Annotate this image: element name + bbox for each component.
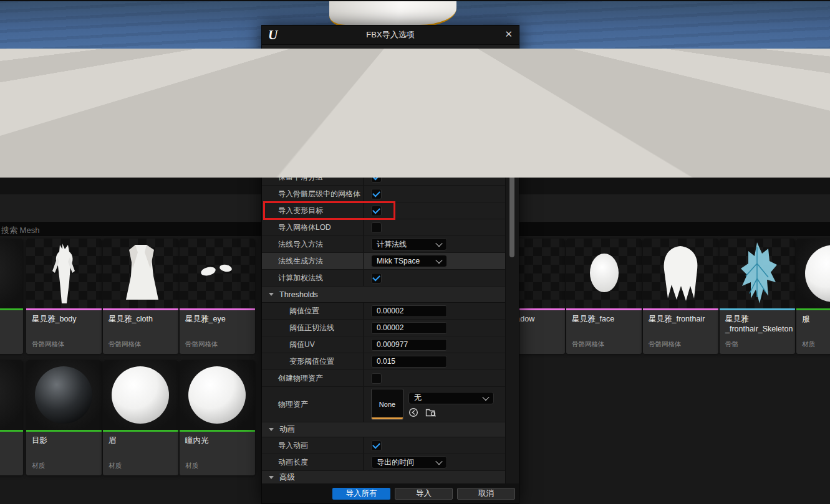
triangle-down-icon bbox=[269, 476, 274, 479]
use-selected-asset-icon[interactable] bbox=[408, 407, 418, 417]
asset-thumbnail bbox=[720, 239, 795, 308]
asset-tile-partial-left-1[interactable] bbox=[0, 239, 23, 354]
clipped-widget-edge bbox=[430, 81, 502, 83]
reset-to-default-button[interactable]: 重置为默认 bbox=[459, 49, 513, 62]
vertex-color-dropdown[interactable]: 替换 bbox=[371, 103, 447, 116]
asset-name: 星見雅_body bbox=[26, 310, 102, 325]
import-all-button[interactable]: 导入所有 bbox=[332, 488, 390, 500]
asset-underline bbox=[372, 417, 403, 419]
dropdown-value: Mikk TSpace bbox=[377, 257, 420, 265]
row-import-morph-targets: 导入变形目标 bbox=[262, 202, 519, 219]
row-threshold-position: 阈值位置 0.00002 bbox=[262, 303, 519, 320]
asset-tile-fu[interactable]: 服 材质 bbox=[796, 239, 830, 354]
row-label: 创建物理资产 bbox=[278, 373, 323, 384]
section-header-advanced[interactable]: 高级 bbox=[262, 88, 519, 102]
checkmark-icon bbox=[372, 172, 380, 180]
section-header-animation[interactable]: 动画 bbox=[262, 422, 519, 437]
asset-tile-eye[interactable]: 星見雅_eye 骨骼网格体 bbox=[180, 239, 255, 354]
face-mesh-preview bbox=[590, 254, 619, 292]
normal-generation-dropdown[interactable]: Mikk TSpace bbox=[371, 255, 447, 267]
normal-import-dropdown[interactable]: 计算法线 bbox=[371, 238, 447, 250]
input-value: 0.000977 bbox=[377, 340, 408, 349]
dialog-titlebar[interactable]: U FBX导入选项 ✕ bbox=[262, 26, 519, 45]
row-label: 法线导入方法 bbox=[278, 239, 323, 250]
current-asset-label: 当前资产： bbox=[269, 69, 309, 80]
asset-name: 星見雅_fronthair bbox=[643, 310, 718, 325]
asset-tile-fronthair-skeleton[interactable]: 星見雅_fronthair_Skeleton 骨骼 bbox=[720, 239, 795, 354]
close-icon[interactable]: ✕ bbox=[504, 29, 513, 40]
checkbox[interactable] bbox=[371, 172, 382, 183]
material-sphere bbox=[188, 366, 246, 424]
section-label: 动画 bbox=[279, 424, 295, 435]
options-scroll-area: 高级 顶点颜色导入选项 替换 顶点重载颜色 更新骨骼参考姿势 使用T0作为参考姿… bbox=[262, 81, 519, 485]
threshold-position-input[interactable]: 0.00002 bbox=[371, 305, 447, 317]
hair-mesh-preview bbox=[643, 239, 718, 308]
eye-mesh-right bbox=[219, 264, 233, 272]
asset-tile-muying[interactable]: 目影 材质 bbox=[26, 360, 102, 475]
checkbox[interactable] bbox=[371, 189, 382, 199]
asset-type-colorbar bbox=[0, 308, 23, 310]
morph-threshold-input[interactable]: 0.015 bbox=[371, 356, 447, 368]
alpha-checker bbox=[372, 121, 410, 132]
cancel-button[interactable]: 取消 bbox=[457, 488, 515, 500]
input-value: 0.00002 bbox=[377, 307, 403, 315]
asset-thumbnail bbox=[643, 239, 718, 308]
row-label: 使用T0作为参考姿势 bbox=[278, 155, 347, 166]
row-label: 保留平滑分组 bbox=[278, 172, 323, 183]
asset-tile-fronthair[interactable]: 星見雅_fronthair 骨骼网格体 bbox=[643, 239, 718, 354]
section-label: 高级 bbox=[279, 472, 295, 483]
row-import-mesh-lod: 导入网格体LOD bbox=[262, 219, 519, 236]
row-label: 阈值位置 bbox=[289, 306, 319, 316]
asset-tile-face[interactable]: 星見雅_face 骨骼网格体 bbox=[566, 239, 642, 354]
asset-tile-body[interactable]: 星見雅_body 骨骼网格体 bbox=[26, 239, 102, 354]
asset-thumbnail bbox=[26, 239, 102, 308]
checkbox[interactable] bbox=[371, 440, 382, 451]
import-button[interactable]: 导入 bbox=[395, 488, 453, 500]
asset-tile-tongneiguang[interactable]: 瞳内光 材质 bbox=[180, 360, 255, 475]
row-update-skeleton-ref-pose: 更新骨骼参考姿势 bbox=[262, 135, 519, 152]
asset-tile-mei[interactable]: 眉 材质 bbox=[103, 360, 178, 475]
solid-color bbox=[410, 121, 448, 132]
dialog-scrollbar-track[interactable] bbox=[505, 81, 519, 485]
skeleton-preview bbox=[720, 239, 795, 308]
asset-type: 骨骼 bbox=[725, 340, 738, 349]
browse-to-asset-icon[interactable] bbox=[425, 407, 437, 417]
row-vertex-color-import: 顶点颜色导入选项 替换 bbox=[262, 102, 519, 118]
checkbox[interactable] bbox=[371, 273, 382, 283]
checkbox[interactable] bbox=[371, 206, 382, 216]
triangle-down-icon bbox=[269, 293, 274, 296]
physics-asset-dropdown[interactable]: 无 bbox=[408, 392, 494, 404]
asset-name: 瞳内光 bbox=[180, 432, 255, 446]
section-header-advanced-bottom[interactable]: 高级 bbox=[262, 471, 519, 485]
skeletal-mesh-preview bbox=[103, 239, 178, 308]
row-threshold-uv: 阈值UV 0.000977 bbox=[262, 336, 519, 353]
checkbox[interactable] bbox=[371, 373, 382, 384]
checkbox[interactable] bbox=[371, 155, 382, 166]
row-import-meshes-in-bone-hierarchy: 导入骨骼层级中的网格体 bbox=[262, 186, 519, 202]
row-label: 阈值正切法线 bbox=[289, 323, 334, 333]
asset-type: 骨骼网格体 bbox=[109, 340, 142, 349]
row-label: 顶点颜色导入选项 bbox=[278, 105, 338, 115]
threshold-tangent-input[interactable]: 0.00002 bbox=[371, 322, 447, 334]
chevron-down-icon bbox=[435, 240, 442, 247]
eye-mesh-left bbox=[200, 265, 216, 277]
physics-asset-thumbnail[interactable]: None bbox=[371, 389, 403, 420]
dialog-scrollbar-thumb[interactable] bbox=[509, 110, 514, 257]
triangle-right-icon[interactable] bbox=[269, 124, 273, 129]
asset-tile-cloth[interactable]: 星見雅_cloth 骨骼网格体 bbox=[103, 239, 178, 354]
checkbox[interactable] bbox=[371, 138, 382, 149]
row-label: 法线生成方法 bbox=[278, 256, 323, 267]
asset-thumbnail bbox=[103, 360, 178, 430]
asset-tile-partial-left-2[interactable] bbox=[0, 360, 23, 475]
asset-thumbnail bbox=[180, 360, 255, 430]
asset-type: 材质 bbox=[802, 340, 815, 349]
threshold-uv-input[interactable]: 0.000977 bbox=[371, 339, 447, 351]
section-header-thresholds[interactable]: Thresholds bbox=[262, 287, 519, 303]
animation-length-dropdown[interactable]: 导出的时间 bbox=[371, 456, 447, 468]
color-swatch[interactable] bbox=[371, 121, 448, 133]
help-icon[interactable]: ? bbox=[334, 50, 344, 60]
checkbox[interactable] bbox=[371, 222, 382, 233]
row-label: 物理资产 bbox=[278, 399, 308, 410]
import-mesh-heading: 导入骨骼网格体 bbox=[269, 50, 329, 61]
chevron-down-icon bbox=[435, 257, 442, 264]
